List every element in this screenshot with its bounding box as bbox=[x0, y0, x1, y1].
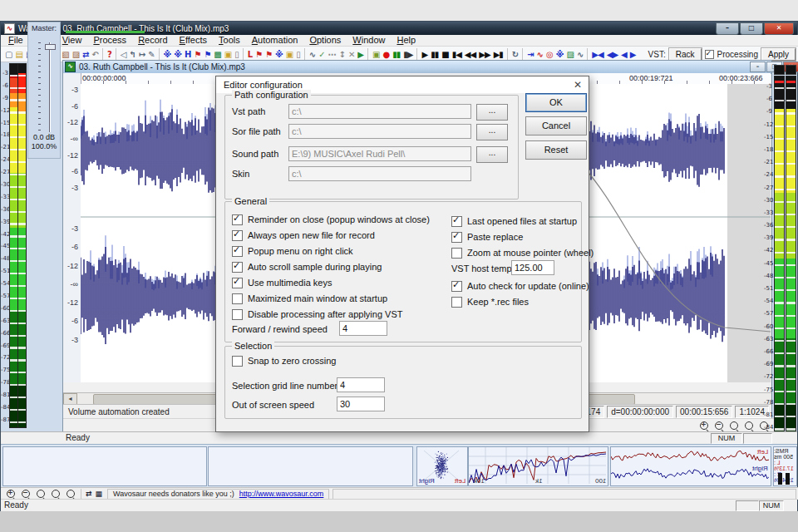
grid-icon[interactable]: ▦ bbox=[94, 489, 105, 499]
zoom-vertical-icon[interactable] bbox=[741, 421, 756, 430]
loop-icon[interactable]: ↻ bbox=[510, 48, 520, 61]
doc-minimize-button[interactable]: – bbox=[750, 62, 766, 72]
menu-item[interactable]: Automation bbox=[246, 35, 304, 46]
oscilloscope-panel[interactable]: Left Right bbox=[610, 446, 771, 486]
right-clip-indicator-l[interactable] bbox=[774, 65, 785, 75]
go-end-icon[interactable]: ▶▮ bbox=[492, 48, 505, 61]
document-title-bar[interactable]: ∿ 03. Ruth Campbell - This Is It (Club M… bbox=[63, 61, 771, 74]
wavosaur-link[interactable]: http://www.wavosaur.com bbox=[239, 490, 324, 499]
right-clip-indicator-r[interactable] bbox=[786, 65, 796, 75]
pause-icon[interactable]: ▮▮ bbox=[429, 48, 440, 61]
general-option[interactable]: Maximized main window at startup bbox=[232, 293, 387, 304]
lock2-icon[interactable]: ▣ bbox=[284, 48, 294, 61]
menu-item[interactable]: Window bbox=[347, 35, 391, 46]
general-option[interactable]: Paste replace bbox=[451, 231, 523, 243]
minimize-button[interactable]: – bbox=[716, 22, 739, 35]
zoom-in-icon[interactable]: + bbox=[3, 490, 18, 498]
snap-to-zero-option[interactable]: Snap to zero crossing bbox=[232, 355, 336, 367]
checkbox[interactable] bbox=[232, 246, 243, 257]
reset-button[interactable]: Reset bbox=[525, 140, 587, 160]
validate-icon[interactable]: ✓ bbox=[317, 48, 326, 61]
general-option[interactable]: Last opened files at startup bbox=[451, 215, 577, 227]
processing-checkbox[interactable] bbox=[705, 50, 714, 59]
trash2-icon[interactable]: ▯ bbox=[294, 48, 302, 61]
skin-path-input[interactable] bbox=[288, 166, 471, 181]
menu-item[interactable]: Process bbox=[87, 35, 132, 46]
zoom-vertical-icon[interactable] bbox=[48, 490, 63, 498]
vst-path-input[interactable] bbox=[288, 104, 471, 119]
checkbox[interactable] bbox=[232, 230, 243, 241]
checkbox[interactable] bbox=[451, 232, 462, 243]
menu-item[interactable]: Effects bbox=[174, 35, 213, 46]
paste-icon[interactable]: ▧ bbox=[60, 48, 70, 61]
new-file-icon[interactable]: ▢ bbox=[3, 48, 13, 61]
selection-grid-input[interactable] bbox=[337, 377, 385, 392]
sor-path-browse-button[interactable]: ... bbox=[476, 124, 508, 140]
normalize-icon[interactable]: H bbox=[183, 48, 192, 61]
vst-grid-icon[interactable]: ▩ bbox=[212, 48, 222, 61]
analysis-icon[interactable]: ∿ bbox=[575, 48, 584, 61]
undo-icon[interactable]: ↶ bbox=[91, 48, 100, 61]
zoom-out-icon[interactable]: − bbox=[712, 421, 727, 430]
trash-icon[interactable]: ▯ bbox=[233, 48, 240, 61]
checkbox[interactable] bbox=[451, 281, 462, 292]
sonogram-icon[interactable]: ▨ bbox=[564, 48, 574, 61]
envelope-icon[interactable]: ∿ bbox=[535, 48, 544, 61]
checkbox[interactable] bbox=[232, 214, 243, 225]
insert-icon[interactable]: ⇥ bbox=[525, 48, 534, 61]
marker-icon[interactable]: ↰ bbox=[127, 48, 136, 61]
vst-path-browse-button[interactable]: ... bbox=[476, 104, 508, 121]
record-icon[interactable]: ● bbox=[382, 48, 392, 61]
nudge-right-icon[interactable]: ▶ bbox=[628, 48, 638, 61]
link-channels-icon[interactable]: ⇄ bbox=[84, 489, 94, 499]
marker-in-icon[interactable]: ⚑ bbox=[254, 48, 264, 61]
checkbox[interactable] bbox=[232, 309, 243, 320]
general-option[interactable]: Disable processing after applying VST bbox=[232, 308, 402, 320]
checkbox[interactable] bbox=[451, 248, 462, 259]
marker-blue-icon[interactable]: ⚑ bbox=[202, 48, 212, 61]
zoom-100-icon[interactable] bbox=[63, 490, 78, 498]
nudge-left-icon[interactable]: ◀ bbox=[619, 48, 628, 61]
snap-icon[interactable]: ↦ bbox=[137, 48, 146, 61]
draw-icon[interactable]: ✎ bbox=[146, 48, 155, 61]
checkbox[interactable] bbox=[232, 356, 243, 367]
lock-icon[interactable]: ▣ bbox=[223, 48, 233, 61]
general-option[interactable]: Always open new file for record bbox=[232, 229, 375, 241]
cancel-button[interactable]: Cancel bbox=[525, 116, 587, 135]
record-new-icon[interactable]: ◎ bbox=[544, 48, 554, 61]
loop-start-icon[interactable]: L bbox=[246, 48, 254, 61]
open-file-icon[interactable]: ▤ bbox=[13, 48, 23, 61]
delete-automation-icon[interactable]: ✕ bbox=[347, 48, 356, 61]
forward-rewind-speed-input[interactable] bbox=[339, 321, 387, 336]
expand-sel-icon[interactable]: ◀▶ bbox=[605, 48, 619, 61]
paste-special-icon[interactable]: ▨ bbox=[71, 48, 81, 61]
sound-path-browse-button[interactable]: ... bbox=[476, 146, 508, 163]
updown-icon[interactable]: ↕ bbox=[337, 48, 347, 61]
checkbox[interactable] bbox=[232, 278, 243, 288]
menu-item[interactable]: Help bbox=[391, 35, 421, 46]
zoom-selection-icon[interactable] bbox=[727, 421, 741, 430]
stop-icon[interactable]: ■ bbox=[440, 48, 450, 61]
go-start-icon[interactable]: ▮◀ bbox=[451, 48, 463, 61]
points-icon[interactable]: ⋯ bbox=[327, 48, 337, 61]
ok-button[interactable]: OK bbox=[525, 93, 587, 112]
close-button[interactable]: ✕ bbox=[764, 22, 794, 35]
general-option[interactable]: Auto check for update (online) bbox=[451, 280, 589, 292]
checkbox[interactable] bbox=[451, 297, 462, 308]
menu-item[interactable]: File bbox=[2, 35, 29, 46]
speaker-icon[interactable]: ◁ bbox=[119, 48, 128, 61]
swap-icon[interactable]: ⇄ bbox=[81, 48, 90, 61]
checkbox[interactable] bbox=[232, 293, 243, 304]
play-icon[interactable]: ▶ bbox=[420, 48, 429, 61]
record-step-icon[interactable]: ▮▶ bbox=[401, 48, 414, 61]
channel-merge-icon[interactable]: ※ bbox=[172, 48, 183, 61]
marker-out-icon[interactable]: ⚑ bbox=[264, 48, 273, 61]
general-option[interactable]: Use multimedia keys bbox=[232, 277, 332, 288]
play-automation-icon[interactable]: ▶ bbox=[356, 48, 365, 61]
general-option[interactable]: Keep *.rec files bbox=[451, 296, 529, 308]
general-option[interactable]: Reminder on close (popup windows at clos… bbox=[232, 214, 430, 225]
shrink-sel-icon[interactable]: ▶◀ bbox=[590, 48, 604, 61]
master-slider-handle[interactable] bbox=[45, 44, 56, 50]
dialog-close-icon[interactable]: ✕ bbox=[574, 79, 582, 91]
sound-path-input[interactable] bbox=[288, 146, 471, 161]
